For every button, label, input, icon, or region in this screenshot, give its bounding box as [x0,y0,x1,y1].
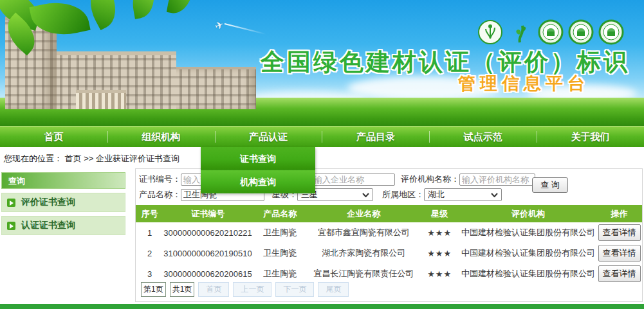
cell-agency: 中国建材检验认证集团股份有限公司 [460,263,596,284]
nav-item-organization[interactable]: 组织机构 [107,127,215,147]
col-action: 操作 [596,205,642,222]
page: ✈ [0,0,644,311]
col-company: 企业名称 [308,205,419,222]
arrow-bullet-icon [7,199,15,207]
cell-agency: 中国建材检验认证集团股份有限公司 [460,222,596,243]
cell-cert-no: 310000000062019051041 [163,243,252,263]
last-page-button[interactable]: 尾页 [318,282,349,297]
cell-product: 卫生陶瓷 [252,243,308,263]
leaf-decoration [167,0,194,16]
region-label: 所属地区： [382,189,424,200]
search-button[interactable]: 查 询 [532,177,568,193]
breadcrumb-current: 企业获证评价证书查询 [96,154,179,163]
col-agency: 评价机构 [460,205,596,222]
query-sidebar: 查询 评价证书查询 认证证书查询 [1,172,125,235]
table-row: 2 310000000062019051041 卫生陶瓷 湖北齐家陶瓷有限公司 … [136,243,642,263]
total-pages-indicator: 共1页 [170,282,195,297]
nav-item-home[interactable]: 首页 [0,127,107,147]
chevron-down-icon [362,193,369,197]
table-row: 3 300000000062020061552 卫生陶瓷 宜昌长江陶瓷有限责任公… [136,263,642,284]
col-star: 星级 [419,205,460,222]
agency-name-label: 评价机构名称： [400,173,459,185]
footer-bar [0,304,644,309]
cell-cert-no: 300000000062021022140 [163,222,252,243]
nav-item-pilot-demonstration[interactable]: 试点示范 [429,127,537,147]
cell-product: 卫生陶瓷 [252,263,308,284]
menu-item-certificate-query[interactable]: 证书查询 [201,147,315,170]
green-plant-logo-icon [508,19,533,45]
green-label-badge-icon [538,19,564,45]
cell-company: 湖北齐家陶瓷有限公司 [308,243,419,263]
next-page-button[interactable]: 下一页 [275,282,314,297]
sidebar-item-evaluation-certificate-query[interactable]: 评价证书查询 [1,193,125,212]
cell-index: 2 [136,243,163,263]
sidebar-title: 查询 [1,172,125,189]
sidebar-item-certification-certificate-query[interactable]: 认证证书查询 [1,216,125,235]
airplane-icon: ✈ [213,18,226,33]
leaf-decoration [129,0,158,19]
cell-star-rating: ★★★ [419,222,460,243]
menu-item-agency-query[interactable]: 机构查询 [201,170,315,193]
building-entrance [76,90,126,109]
view-details-button[interactable]: 查看详情 [598,224,641,241]
site-subtitle: 管理信息平台 [458,72,589,95]
table-header-row: 序号 证书编号 产品名称 企业名称 星级 评价机构 操作 [136,205,642,222]
cell-product: 卫生陶瓷 [252,222,308,243]
product-certification-dropdown: 证书查询 机构查询 [201,147,315,193]
cncma-seal-icon [477,19,503,45]
cell-star-rating: ★★★ [419,263,460,284]
results-table: 序号 证书编号 产品名称 企业名称 星级 评价机构 操作 1 300000000… [136,205,642,284]
header-banner: ✈ [0,0,644,126]
agency-name-input[interactable] [459,173,535,186]
product-name-label: 产品名称： [139,189,181,200]
green-label-badge-icon [568,19,594,45]
col-product: 产品名称 [252,205,308,222]
table-row: 1 300000000062021022140 卫生陶瓷 宜都市鑫宜陶瓷有限公司… [136,222,642,243]
main-nav: 首页 组织机构 产品认证 产品目录 试点示范 关于我们 [0,126,644,147]
breadcrumb: 您现在的位置： 首页 >> 企业获证评价证书查询 [4,153,179,164]
region-select[interactable]: 湖北 [424,188,502,201]
cell-agency: 中国建材检验认证集团股份有限公司 [460,243,596,263]
contrail-decoration [225,23,266,35]
building-photo [176,67,256,109]
breadcrumb-separator: >> [84,154,93,163]
nav-item-about-us[interactable]: 关于我们 [537,127,644,147]
chevron-down-icon [491,193,498,197]
pagination: 第1页 共1页 首页 上一页 下一页 尾页 [141,282,349,297]
cell-company: 宜昌长江陶瓷有限责任公司 [308,263,419,284]
nav-item-product-catalog[interactable]: 产品目录 [322,127,429,147]
nav-item-product-certification[interactable]: 产品认证 [215,127,322,147]
green-label-badge-icon [598,19,624,45]
prev-page-button[interactable]: 上一页 [233,282,271,297]
cell-index: 3 [136,263,163,284]
breadcrumb-home-link[interactable]: 首页 [65,154,82,163]
cell-index: 1 [136,222,163,243]
region-value: 湖北 [428,189,445,200]
col-index: 序号 [136,205,163,222]
certification-logos [477,19,624,45]
cert-no-label: 证书编号： [139,173,181,185]
company-name-input[interactable] [311,173,395,186]
cell-company: 宜都市鑫宜陶瓷有限公司 [308,222,419,243]
cell-cert-no: 300000000062020061552 [163,263,252,284]
col-cert-no: 证书编号 [163,205,252,222]
sidebar-item-label: 认证证书查询 [21,220,75,231]
cell-star-rating: ★★★ [419,243,460,263]
sidebar-item-label: 评价证书查询 [21,197,75,208]
view-details-button[interactable]: 查看详情 [598,245,641,262]
first-page-button[interactable]: 首页 [198,282,229,297]
breadcrumb-label: 您现在的位置： [4,154,62,163]
arrow-bullet-icon [7,222,15,230]
view-details-button[interactable]: 查看详情 [598,265,641,282]
current-page-indicator: 第1页 [141,282,166,297]
